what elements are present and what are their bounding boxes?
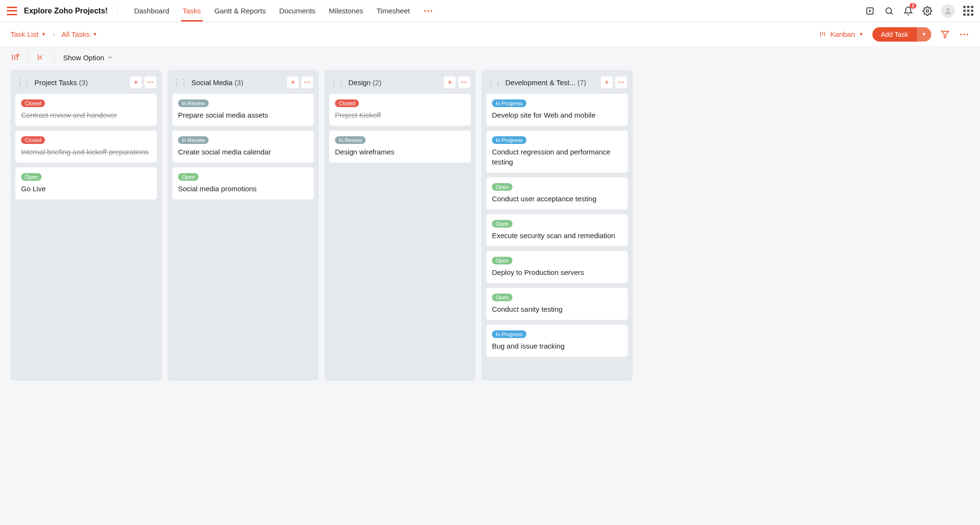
task-card[interactable]: OpenDeploy to Production servers	[486, 251, 628, 283]
column-add-button[interactable]	[444, 77, 456, 88]
kanban-icon	[819, 31, 826, 38]
search-icon[interactable]	[884, 6, 894, 16]
task-title: Internal briefing and kickoff preparatio…	[21, 147, 151, 157]
column-more-button[interactable]	[145, 77, 156, 88]
task-title: Conduct user acceptance testing	[492, 194, 622, 204]
task-title: Execute security scan and remediation	[492, 230, 622, 241]
svg-point-15	[963, 33, 965, 35]
column-actions	[287, 77, 313, 88]
svg-point-20	[17, 54, 19, 56]
topbar-right: 2	[865, 4, 973, 18]
task-card[interactable]: In ProgressConduct regression and perfor…	[486, 131, 628, 173]
task-card[interactable]: OpenConduct user acceptance testing	[486, 177, 628, 209]
column-more-button[interactable]	[301, 77, 313, 88]
task-card[interactable]: ClosedContract review and handover	[15, 94, 157, 126]
drag-handle-icon[interactable]: ⋮⋮	[330, 78, 345, 87]
add-task-label: Add Task	[872, 27, 917, 42]
column-header: ⋮⋮Project Tasks (3)	[15, 75, 157, 94]
drag-handle-icon[interactable]: ⋮⋮	[487, 78, 501, 87]
column-title: Project Tasks (3)	[34, 78, 126, 87]
column-count: (7)	[578, 78, 586, 87]
task-card[interactable]: OpenConduct sanity testing	[486, 288, 628, 320]
tab-milestones[interactable]: Milestones	[322, 0, 370, 22]
column-more-button[interactable]	[458, 77, 470, 88]
task-title: Create social media calendar	[178, 147, 308, 157]
user-avatar[interactable]	[941, 4, 955, 18]
svg-point-29	[304, 82, 305, 83]
task-card[interactable]: In ProgressBug and issue tracking	[486, 325, 628, 357]
svg-point-31	[309, 82, 310, 83]
svg-point-14	[960, 33, 962, 35]
task-card[interactable]: OpenExecute security scan and remediatio…	[486, 214, 628, 246]
menu-icon[interactable]	[7, 7, 17, 15]
apps-grid-icon[interactable]	[963, 6, 973, 16]
column-actions	[130, 77, 156, 88]
tab-timesheet[interactable]: Timesheet	[370, 0, 416, 22]
svg-point-2	[431, 10, 432, 11]
chevron-down-icon	[107, 55, 113, 60]
tab-dashboard[interactable]: Dashboard	[127, 0, 176, 22]
task-card[interactable]: In ReviewDesign wireframes	[329, 131, 471, 163]
kanban-column: ⋮⋮Project Tasks (3)ClosedContract review…	[11, 70, 162, 381]
divider	[117, 3, 118, 19]
filter-icon[interactable]	[940, 29, 950, 40]
drag-handle-icon[interactable]: ⋮⋮	[16, 78, 31, 87]
svg-point-26	[152, 82, 153, 83]
task-card[interactable]: In ReviewPrepare social media assets	[172, 94, 314, 126]
task-card[interactable]: In ReviewCreate social media calendar	[172, 131, 314, 163]
column-more-button[interactable]	[615, 77, 627, 88]
task-title: Conduct sanity testing	[492, 304, 622, 314]
task-card[interactable]: OpenGo Live	[15, 167, 157, 199]
tab-gantt-reports[interactable]: Gantt & Reports	[208, 0, 273, 22]
collapse-all-icon[interactable]	[37, 53, 45, 62]
column-header: ⋮⋮Social Media (3)	[172, 75, 314, 94]
add-task-button[interactable]: Add Task ▼	[872, 27, 931, 42]
svg-point-35	[464, 82, 465, 83]
task-title: Bug and issue tracking	[492, 341, 622, 351]
column-add-button[interactable]	[287, 77, 299, 88]
task-title: Social media promotions	[178, 184, 308, 194]
column-settings-icon[interactable]	[11, 53, 19, 62]
task-card[interactable]: ClosedInternal briefing and kickoff prep…	[15, 131, 157, 163]
svg-point-34	[461, 82, 462, 83]
kanban-column: ⋮⋮Design (2)ClosedProject KickoffIn Revi…	[324, 70, 476, 381]
task-title: Project Kickoff	[335, 110, 465, 120]
task-card[interactable]: ClosedProject Kickoff	[329, 94, 471, 126]
breadcrumb-alltasks[interactable]: All Tasks ▼	[62, 30, 98, 38]
tab-label: Dashboard	[134, 7, 169, 15]
status-badge: Open	[21, 173, 42, 181]
notifications-icon[interactable]: 2	[903, 6, 913, 16]
tab-label: Gantt & Reports	[214, 7, 266, 15]
subbar-right: Kanban ▼ Add Task ▼	[819, 27, 969, 42]
svg-marker-13	[942, 31, 949, 38]
task-card[interactable]: In ProgressDevelop site for Web and mobi…	[486, 94, 628, 126]
column-add-button[interactable]	[130, 77, 142, 88]
svg-point-8	[926, 10, 929, 12]
add-task-dropdown[interactable]: ▼	[917, 27, 931, 42]
column-header: ⋮⋮Development & Test... (7)	[486, 75, 628, 94]
tab-tasks[interactable]: Tasks	[176, 0, 208, 22]
column-title: Design (2)	[348, 78, 440, 87]
add-icon[interactable]	[865, 6, 875, 16]
settings-icon[interactable]	[922, 6, 933, 16]
status-badge: In Review	[178, 99, 209, 107]
status-badge: Closed	[21, 136, 45, 144]
breadcrumb-tasklist[interactable]: Task List ▼	[11, 30, 46, 38]
show-option-dropdown[interactable]: Show Option	[63, 54, 113, 62]
task-card[interactable]: OpenSocial media promotions	[172, 167, 314, 199]
status-badge: Open	[492, 183, 512, 191]
svg-point-41	[623, 82, 624, 83]
svg-point-0	[424, 10, 425, 11]
tab-label: Documents	[279, 7, 315, 15]
column-add-button[interactable]	[601, 77, 612, 88]
more-icon[interactable]	[959, 29, 969, 40]
view-selector[interactable]: Kanban ▼	[819, 30, 864, 38]
drag-handle-icon[interactable]: ⋮⋮	[173, 78, 188, 87]
tab-documents[interactable]: Documents	[272, 0, 322, 22]
svg-point-39	[618, 82, 619, 83]
column-title: Development & Test... (7)	[505, 78, 597, 87]
tab-label: Tasks	[183, 7, 201, 15]
status-badge: In Progress	[492, 330, 526, 338]
tab-more[interactable]	[417, 0, 440, 22]
task-title: Go Live	[21, 184, 151, 194]
